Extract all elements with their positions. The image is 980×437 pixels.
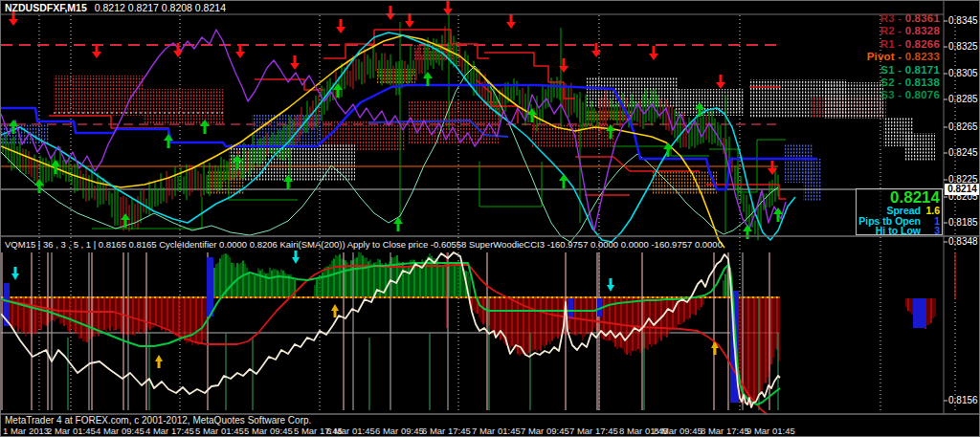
time-label: 1 Mar 2013 — [3, 426, 49, 436]
pivot-levels-panel: R3 - 0.8361R2 - 0.8328R1 - 0.8266Pivot -… — [867, 12, 940, 102]
mt4-chart-window: NZDUSDFXF,M150.8212 0.8217 0.8208 0.8214… — [0, 0, 980, 437]
time-label: 8 Mar 17:45 — [701, 426, 749, 436]
down-arrow-icon — [9, 11, 18, 26]
indicator-header-text: VQM15 | 36 , 3 , 5 , 1 | 0.8165 0.8165 C… — [5, 239, 723, 250]
time-label: 5 Mar 09:45 — [244, 426, 293, 436]
current-price-value: 0.8214 — [858, 189, 940, 206]
pivot-row-s3: S3 - 0.8076 — [867, 89, 940, 101]
info-row: Hi to Low3 — [858, 226, 940, 236]
time-label: 6 Mar 09:45 — [375, 426, 424, 436]
indicator-cloud-red — [408, 100, 499, 144]
chart-canvas[interactable] — [1, 1, 980, 437]
indicator-header[interactable]: VQM15 | 36 , 3 , 5 , 1 | 0.8165 0.8165 C… — [5, 239, 723, 250]
indicator-cloud-white — [904, 133, 935, 162]
copyright-text: MetaTrader 4 at FOREX.com, c 2001-2012, … — [5, 415, 311, 426]
time-label: 7 Mar 09:45 — [521, 426, 569, 436]
down-arrow-icon — [290, 55, 300, 70]
time-label: 2 Mar 01:45 — [47, 426, 96, 436]
indicator-cloud-blue — [803, 159, 822, 202]
price-tick-label: 0.8345 — [948, 15, 978, 26]
current-price-tag: 0.8214 — [945, 184, 980, 195]
down-arrow-icon — [506, 14, 516, 29]
down-arrow-icon — [443, 1, 453, 15]
time-label: 5 Mar 01:45 — [195, 426, 244, 436]
down-arrow-icon — [649, 46, 658, 60]
price-tick-label: 0.8305 — [948, 68, 978, 78]
up-arrow-icon — [773, 208, 783, 222]
down-arrow-icon — [292, 251, 300, 264]
indicator-cloud-white — [676, 89, 745, 116]
indicator-cloud-orange — [652, 171, 717, 194]
down-arrow-icon — [405, 13, 414, 28]
down-arrow-icon — [92, 44, 101, 58]
indicator-cloud-red — [532, 123, 613, 148]
price-tick-label: 0.8185 — [948, 217, 978, 228]
time-label: 9 Mar 01:45 — [746, 426, 795, 436]
time-label: 6 Mar 01:45 — [326, 426, 375, 436]
blue-spike — [207, 257, 213, 317]
symbol-timeframe-label: NZDUSDFXF,M15 — [5, 2, 87, 13]
pivot-row-r2: R2 - 0.8328 — [867, 25, 940, 37]
price-tick-label: 0.8245 — [948, 147, 978, 158]
price-tick-label: 0.8265 — [948, 121, 978, 132]
indicator-cloud-red — [143, 89, 224, 125]
down-arrow-icon — [716, 75, 725, 89]
price-tick-label: 0.8285 — [948, 94, 978, 104]
up-arrow-icon — [155, 355, 163, 368]
price-tick-label: 0.8325 — [948, 41, 978, 52]
down-arrow-icon — [386, 6, 395, 20]
pivot-row-r3: R3 - 0.8361 — [867, 12, 940, 25]
down-arrow-icon — [607, 278, 614, 292]
chart-title: NZDUSDFXF,M150.8212 0.8217 0.8208 0.8214 — [5, 2, 226, 13]
pivot-row-s1: S1 - 0.8171 — [867, 64, 940, 76]
pivot-row-r1: R1 - 0.8266 — [867, 38, 940, 51]
pivot-row-pivot: Pivot - 0.8233 — [867, 51, 940, 63]
down-arrow-icon — [336, 19, 345, 33]
time-label: 4 Mar 09:45 — [96, 426, 145, 436]
time-label: 7 Mar 17:45 — [569, 426, 618, 436]
time-label: 4 Mar 17:45 — [145, 426, 194, 436]
blue-spike — [913, 298, 926, 328]
up-arrow-icon — [559, 174, 568, 188]
up-arrow-icon — [331, 304, 339, 317]
pivot-row-s2: S2 - 0.8138 — [867, 76, 940, 89]
price-tick-label: 0.8348 — [948, 236, 978, 247]
ohlc-values: 0.8212 0.8217 0.8208 0.8214 — [95, 2, 226, 13]
down-arrow-icon — [235, 44, 245, 58]
blue-spike — [568, 298, 573, 319]
price-info-box: 0.8214 Spread1.6Pips tb Open1Hi to Low3 — [856, 188, 943, 235]
price-tick-label: 0.8156 — [948, 395, 978, 405]
time-label: 6 Mar 17:45 — [422, 426, 471, 436]
indicator-cloud-white — [229, 144, 355, 181]
time-label: 8 Mar 09:45 — [654, 426, 702, 436]
indicator-cloud-red — [54, 76, 145, 116]
info-row: Spread1.6 — [858, 206, 940, 216]
time-label: 7 Mar 01:45 — [472, 426, 521, 436]
down-arrow-icon — [11, 267, 19, 280]
